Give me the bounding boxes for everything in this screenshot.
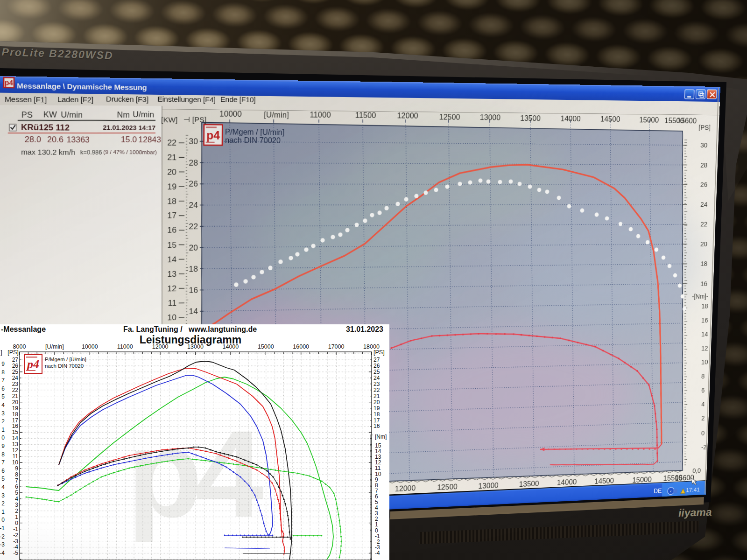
svg-text:14: 14 xyxy=(12,435,19,441)
svg-text:7: 7 xyxy=(1,459,5,466)
svg-text:-2: -2 xyxy=(0,533,5,540)
svg-text:18: 18 xyxy=(374,411,380,418)
svg-text:17: 17 xyxy=(374,417,380,424)
svg-text:24: 24 xyxy=(374,375,380,381)
svg-text:23: 23 xyxy=(374,381,380,387)
svg-text:16: 16 xyxy=(374,423,380,429)
svg-text:27: 27 xyxy=(374,357,380,363)
svg-text:1: 1 xyxy=(15,514,18,520)
svg-text:2: 2 xyxy=(15,508,18,514)
svg-text:-4: -4 xyxy=(0,550,5,556)
svg-text:6: 6 xyxy=(1,385,5,392)
svg-text:4: 4 xyxy=(15,496,18,502)
svg-text:1: 1 xyxy=(1,427,5,433)
svg-text:[PS]: [PS] xyxy=(7,349,19,356)
svg-text:0: 0 xyxy=(1,434,5,441)
svg-text:[U/min]: [U/min] xyxy=(45,343,64,350)
svg-text:14000: 14000 xyxy=(223,343,239,350)
svg-text:9: 9 xyxy=(15,465,18,472)
svg-text:4: 4 xyxy=(1,484,5,490)
svg-text:6: 6 xyxy=(1,468,5,474)
svg-text:11: 11 xyxy=(13,453,19,460)
svg-text:p4: p4 xyxy=(26,357,39,371)
svg-text:21: 21 xyxy=(12,393,19,399)
svg-text:13: 13 xyxy=(12,441,19,448)
svg-text:12: 12 xyxy=(12,447,19,454)
svg-text:-1: -1 xyxy=(13,526,18,532)
svg-text:1: 1 xyxy=(1,509,5,515)
svg-text:0: 0 xyxy=(1,517,5,523)
svg-text:-3: -3 xyxy=(0,541,5,548)
svg-text:9: 9 xyxy=(1,361,5,367)
svg-text:9: 9 xyxy=(1,443,5,449)
svg-text:[PS]: [PS] xyxy=(374,349,385,356)
svg-text:3: 3 xyxy=(15,502,18,508)
svg-text:26: 26 xyxy=(374,363,380,369)
svg-text:23: 23 xyxy=(12,381,19,387)
svg-text:]: ] xyxy=(0,349,2,356)
svg-text:5: 5 xyxy=(15,490,18,496)
svg-text:-3: -3 xyxy=(13,538,18,545)
svg-text:4: 4 xyxy=(1,402,5,408)
svg-text:24: 24 xyxy=(12,375,19,381)
svg-text:P/Mgem / [U/min]: P/Mgem / [U/min] xyxy=(45,357,86,362)
svg-text:-2: -2 xyxy=(13,532,18,539)
svg-text:19: 19 xyxy=(374,405,380,412)
svg-text:8: 8 xyxy=(1,451,5,458)
svg-text:22: 22 xyxy=(374,387,380,393)
svg-text:3: 3 xyxy=(1,410,5,417)
svg-text:10000: 10000 xyxy=(82,343,98,350)
svg-text:26: 26 xyxy=(12,363,19,369)
svg-text:17000: 17000 xyxy=(328,343,345,350)
svg-text:25: 25 xyxy=(374,369,380,375)
svg-text:22: 22 xyxy=(12,387,19,393)
svg-text:5: 5 xyxy=(1,476,5,482)
svg-text:0: 0 xyxy=(15,520,18,526)
svg-text:10: 10 xyxy=(12,459,19,466)
svg-text:-5: -5 xyxy=(13,550,18,556)
svg-text:11000: 11000 xyxy=(117,343,133,350)
svg-text:15000: 15000 xyxy=(258,343,274,350)
svg-text:nach DIN 70020: nach DIN 70020 xyxy=(45,363,84,369)
svg-text:[Nm]: [Nm] xyxy=(375,434,387,440)
svg-text:-4: -4 xyxy=(13,544,18,550)
svg-text:3: 3 xyxy=(1,492,5,499)
svg-text:31.01.2023: 31.01.2023 xyxy=(346,325,383,333)
svg-text:16000: 16000 xyxy=(293,343,309,350)
svg-text:27: 27 xyxy=(12,357,19,363)
svg-text:16: 16 xyxy=(12,423,19,429)
svg-text:18: 18 xyxy=(12,411,19,418)
svg-text:2: 2 xyxy=(1,500,5,507)
svg-text:21: 21 xyxy=(374,393,380,399)
svg-text:7: 7 xyxy=(15,477,18,484)
svg-text:7: 7 xyxy=(1,377,5,384)
svg-text:20: 20 xyxy=(374,399,380,406)
svg-text:-4: -4 xyxy=(375,550,380,556)
svg-text:15: 15 xyxy=(12,429,19,435)
svg-text:8: 8 xyxy=(15,471,18,478)
svg-text:-1: -1 xyxy=(0,525,5,532)
svg-text:20: 20 xyxy=(12,399,19,406)
svg-text:13000: 13000 xyxy=(187,343,204,350)
svg-text:6: 6 xyxy=(15,483,18,490)
svg-text:5: 5 xyxy=(1,393,5,400)
svg-text:19: 19 xyxy=(12,405,19,412)
svg-text:8: 8 xyxy=(1,369,5,376)
svg-text:25: 25 xyxy=(12,369,19,375)
svg-text:17: 17 xyxy=(12,417,19,424)
svg-text:-Messanlage: -Messanlage xyxy=(1,325,46,333)
svg-text:Fa. LangTuning / www.langtun: Fa. LangTuning / www.langtuning.de xyxy=(123,325,257,333)
svg-text:12000: 12000 xyxy=(152,343,169,350)
svg-text:2: 2 xyxy=(1,418,5,425)
